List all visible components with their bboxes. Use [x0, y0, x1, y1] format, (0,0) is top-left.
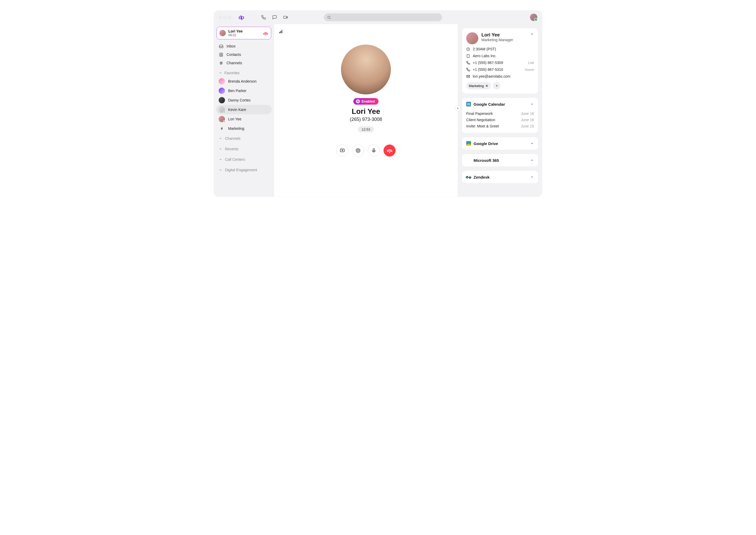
contact-phone-home[interactable]: +1 (555) 867-5310 Home	[466, 68, 534, 71]
phone-icon[interactable]	[261, 15, 266, 20]
mute-button[interactable]	[368, 145, 380, 156]
active-call-duration: 06:01	[228, 33, 260, 37]
integration-microsoft-365: Microsoft 365	[462, 154, 538, 167]
window-zoom[interactable]	[228, 16, 231, 19]
ai-enabled-badge[interactable]: N Enabled	[353, 98, 378, 105]
avatar	[219, 78, 225, 84]
nav-label: Contacts	[227, 52, 241, 57]
integration-header[interactable]: Google Drive	[462, 137, 538, 150]
nav-label: Channels	[227, 61, 242, 65]
svg-rect-10	[279, 32, 280, 33]
favorite-label: Danny Cortes	[228, 98, 251, 102]
section-channels[interactable]: Channels	[216, 133, 272, 144]
nav-channels[interactable]: Channels	[216, 59, 272, 67]
contact-name: Lori Yee	[481, 32, 513, 38]
favorite-item[interactable]: Danny Cortes	[216, 96, 272, 105]
favorite-item[interactable]: Lori Yee	[216, 114, 272, 124]
video-icon[interactable]	[283, 15, 288, 20]
section-digital-engagement[interactable]: Digital Engagement	[216, 165, 272, 175]
screenshare-button[interactable]	[336, 145, 348, 156]
chevron-up-icon	[219, 147, 222, 151]
favorite-label: Brenda Anderson	[228, 79, 257, 83]
nav-contacts[interactable]: Contacts	[216, 50, 272, 59]
phone-type-label: Home	[525, 68, 534, 71]
call-contact-phone: (265) 973-3008	[350, 117, 382, 122]
svg-point-15	[356, 149, 360, 153]
window-close[interactable]	[219, 16, 222, 19]
contact-email[interactable]: lori.yee@aerolabs.com	[466, 74, 534, 78]
search-input[interactable]	[324, 14, 442, 21]
integration-google-drive: Google Drive	[462, 137, 538, 150]
integration-title: Google Calendar	[473, 102, 505, 106]
integration-title: Zendesk	[473, 175, 490, 180]
contact-company: Aero Labs Inc.	[466, 54, 534, 58]
app-logo: dp	[238, 14, 244, 20]
contact-localtime: 2:30AM (PST)	[466, 47, 534, 51]
avatar	[219, 116, 225, 122]
favorite-label: Ben Parker	[228, 89, 247, 93]
avatar	[466, 32, 478, 44]
section-call-centers[interactable]: Call Centers	[216, 154, 272, 165]
contact-title: Marketing Manager	[481, 38, 513, 42]
record-button[interactable]	[352, 145, 364, 156]
inbox-icon	[219, 44, 224, 48]
collapse-panel-button[interactable]	[455, 105, 461, 111]
integration-header[interactable]: ⬘⬙ Zendesk	[462, 171, 538, 183]
calendar-event[interactable]: Client NegotiationJune 16	[466, 117, 534, 123]
svg-line-9	[221, 61, 222, 65]
integration-title: Microsoft 365	[473, 158, 499, 163]
current-user-avatar[interactable]	[530, 14, 537, 21]
phone-icon	[466, 61, 470, 65]
favorite-item[interactable]: Brenda Anderson	[216, 76, 272, 86]
presence-dot	[223, 111, 225, 113]
hangup-icon[interactable]	[263, 30, 268, 36]
integration-header[interactable]: 31 Google Calendar	[462, 98, 538, 110]
call-panel: N Enabled Lori Yee (265) 973-3008 12:53	[274, 24, 458, 197]
hash-icon: #	[219, 126, 225, 132]
contact-phone-cell[interactable]: +1 (555) 867-5309 Cell	[466, 61, 534, 65]
svg-point-16	[357, 150, 359, 152]
contact-avatar-large	[341, 44, 391, 95]
svg-point-5	[221, 53, 222, 55]
section-label: Call Centers	[225, 157, 245, 161]
chat-icon[interactable]	[272, 15, 277, 20]
add-tag-button[interactable]: ＋	[493, 82, 500, 89]
section-recents[interactable]: Recents	[216, 144, 272, 154]
favorite-item[interactable]: Kevin Kare	[216, 105, 272, 114]
badge-icon: N	[356, 99, 360, 103]
window-controls	[219, 16, 231, 19]
phone-type-label: Cell	[528, 61, 534, 65]
call-controls	[336, 145, 396, 156]
call-contact-name: Lori Yee	[352, 107, 380, 116]
calendar-event[interactable]: Invite: Meet & GreetJune 15	[466, 123, 534, 129]
zendesk-icon: ⬘⬙	[466, 175, 471, 180]
active-call-name: Lori Yee	[228, 29, 260, 33]
search-icon	[327, 15, 331, 19]
svg-point-2	[328, 16, 330, 18]
svg-line-8	[220, 61, 221, 65]
favorites-header[interactable]: Favorites	[216, 67, 272, 76]
chevron-up-icon	[530, 158, 534, 162]
google-drive-icon	[466, 141, 471, 146]
nav-label: Inbox	[227, 44, 235, 48]
avatar	[220, 30, 226, 36]
avatar	[219, 88, 225, 94]
calendar-event[interactable]: Final PaperworkJune 16	[466, 110, 534, 117]
chevron-up-icon	[219, 157, 222, 161]
hash-icon	[219, 61, 224, 65]
close-icon[interactable]: ✕	[485, 84, 488, 88]
window-minimize[interactable]	[224, 16, 226, 19]
building-icon	[466, 54, 470, 58]
call-duration: 12:53	[358, 127, 374, 132]
active-call-card[interactable]: Lori Yee 06:01	[217, 27, 271, 39]
favorite-item[interactable]: Ben Parker	[216, 86, 272, 96]
nav-inbox[interactable]: Inbox	[216, 42, 272, 50]
svg-rect-11	[280, 31, 281, 33]
hangup-button[interactable]	[383, 145, 396, 156]
collapse-contact-button[interactable]	[530, 32, 534, 36]
favorite-item[interactable]: # Marketing	[216, 124, 272, 133]
contact-tag[interactable]: Marketing ✕	[466, 82, 491, 89]
favorites-label: Favorites	[225, 71, 240, 75]
integration-header[interactable]: Microsoft 365	[462, 154, 538, 167]
signal-icon	[279, 29, 284, 34]
